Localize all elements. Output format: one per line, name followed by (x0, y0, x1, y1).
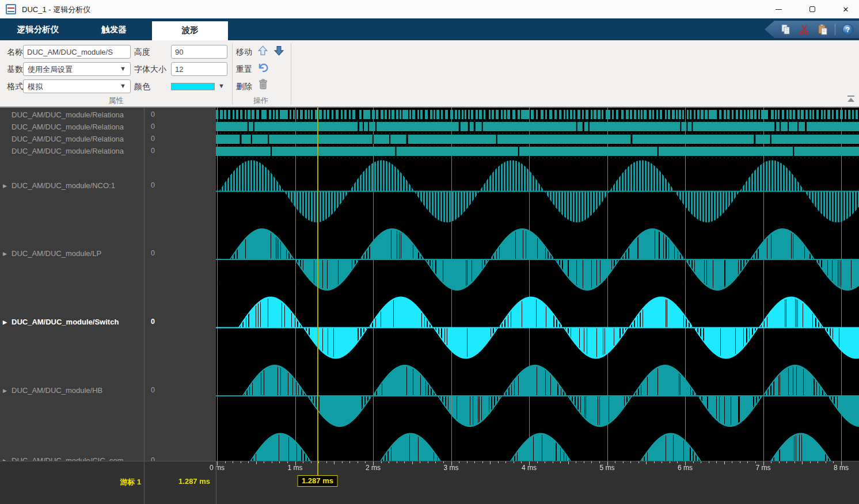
time-axis-label: 6 ms (678, 464, 693, 472)
expand-arrow-icon[interactable]: ▶ (3, 388, 7, 394)
trash-icon[interactable] (257, 78, 269, 93)
quick-access-toolbar: ? (765, 21, 859, 38)
radix-value: 使用全局设置 (28, 65, 73, 74)
window-title: DUC_1 - 逻辑分析仪 (22, 5, 90, 15)
cursor-marker-label[interactable]: 1.287 ms (297, 475, 338, 487)
signal-value: 0 (151, 147, 155, 155)
signal-name: DUC_AM/DUC_module/Relationa (12, 110, 143, 119)
time-axis-label: 4 ms (522, 464, 537, 472)
signal-value: 0 (151, 123, 155, 131)
signal-row[interactable]: DUC_AM/DUC_module/Relationa0 (0, 110, 216, 120)
qab-separator (835, 24, 835, 35)
format-dropdown[interactable]: 模拟 ▼ (23, 79, 131, 93)
signal-row[interactable]: ▶DUC_AM/DUC_module/HB0 (0, 385, 216, 396)
ribbon-tab-bar: 逻辑分析仪 触发器 波形 (0, 18, 859, 40)
height-input[interactable] (171, 45, 227, 59)
name-input[interactable] (23, 45, 131, 59)
move-up-button[interactable] (257, 44, 269, 59)
ribbon-group-separator (232, 43, 233, 105)
signal-row[interactable]: ▶DUC_AM/DUC_module/Switch0 (0, 317, 216, 327)
radix-dropdown[interactable]: 使用全局设置 ▼ (23, 62, 131, 76)
signal-row[interactable]: ▶DUC_AM/DUC_module/LP0 (0, 249, 216, 259)
collapse-ribbon-icon[interactable] (847, 96, 855, 102)
signal-name: DUC_AM/DUC_module/LP (12, 249, 143, 258)
fontsize-label: 字体大小 (134, 64, 166, 75)
signal-value: 0 (151, 181, 155, 189)
name-label: 名称 (7, 47, 23, 58)
fontsize-input[interactable] (171, 62, 227, 76)
minimize-button[interactable] (765, 0, 792, 18)
signal-row[interactable]: DUC_AM/DUC_module/Relationa0 (0, 146, 216, 156)
signal-value: 0 (151, 249, 155, 257)
time-axis-label: 8 ms (834, 464, 849, 472)
time-axis-label: 2 ms (366, 464, 381, 472)
move-down-button[interactable] (273, 44, 285, 59)
name-value-divider[interactable] (144, 108, 145, 461)
tab-trigger[interactable]: 触发器 (76, 18, 152, 40)
move-label: 移动 (236, 47, 252, 58)
reset-label: 重置 (236, 64, 252, 75)
expand-arrow-icon[interactable]: ▶ (3, 183, 7, 189)
logic-analyzer-window: DUC_1 - 逻辑分析仪 ✕ 逻辑分析仪 触发器 波形 (0, 0, 859, 504)
signal-value: 0 (151, 135, 155, 143)
signal-name: DUC_AM/DUC_module/HB (12, 386, 143, 395)
time-axis-label: 7 ms (755, 464, 770, 472)
time-axis-label: 0 ms (210, 464, 225, 472)
time-axis-label: 1 ms (287, 464, 302, 472)
signal-name: DUC_AM/DUC_module/Relationa (12, 123, 143, 131)
close-button[interactable]: ✕ (833, 0, 859, 18)
signal-name: DUC_AM/DUC_module/Switch (12, 318, 143, 326)
signal-name-panel: DUC_AM/DUC_module/Relationa0DUC_AM/DUC_m… (0, 108, 216, 461)
delete-label: 删除 (236, 82, 252, 92)
signal-value: 0 (151, 318, 155, 326)
signal-value: 0 (151, 110, 155, 119)
cursor-value-label: 1.287 ms (144, 477, 210, 486)
main-area: DUC_AM/DUC_module/Relationa0DUC_AM/DUC_m… (0, 107, 859, 461)
undo-icon[interactable] (257, 62, 269, 77)
chevron-down-icon[interactable]: ▼ (218, 82, 855, 89)
signal-name: DUC_AM/DUC_module/NCO:1 (12, 181, 143, 190)
group-label-properties: 属性 (0, 96, 232, 106)
color-swatch[interactable] (171, 83, 215, 90)
signal-name: DUC_AM/DUC_module/Relationa (12, 147, 143, 155)
copy-icon[interactable] (780, 23, 792, 36)
waveform-canvas[interactable] (216, 108, 859, 461)
ribbon-group-separator (291, 43, 291, 105)
expand-arrow-icon[interactable]: ▶ (3, 319, 7, 325)
maximize-button[interactable] (799, 0, 826, 18)
format-label: 格式 (7, 82, 23, 92)
svg-text:?: ? (845, 26, 849, 34)
group-label-actions: 操作 (232, 96, 290, 106)
signal-row[interactable]: ▶DUC_AM/DUC_module/NCO:10 (0, 181, 216, 191)
format-value: 模拟 (28, 82, 43, 91)
bottom-divider (216, 461, 216, 504)
cut-icon[interactable] (798, 23, 811, 36)
help-icon[interactable]: ? (841, 23, 854, 36)
tab-waveform[interactable]: 波形 (152, 21, 228, 40)
time-axis-label: 5 ms (599, 464, 614, 472)
radix-label: 基数 (7, 64, 23, 75)
time-cursor-line[interactable] (317, 108, 318, 475)
cursor-name-label: 游标 1 (69, 477, 141, 487)
ribbon-toolbar: 名称 高度 移动 基数 使用全局设置 ▼ 字体大小 重置 格式 模拟 ▼ (0, 40, 859, 107)
app-icon (6, 4, 16, 14)
paste-icon[interactable] (816, 23, 829, 36)
signal-row[interactable]: DUC_AM/DUC_module/Relationa0 (0, 134, 216, 144)
tab-logic-analyzer[interactable]: 逻辑分析仪 (0, 18, 76, 40)
chevron-down-icon: ▼ (120, 82, 126, 89)
color-label: 颜色 (134, 82, 150, 92)
height-label: 高度 (134, 47, 150, 58)
chevron-down-icon: ▼ (120, 65, 126, 72)
signal-name: DUC_AM/DUC_module/Relationa (12, 135, 143, 143)
expand-arrow-icon[interactable]: ▶ (3, 251, 7, 257)
time-axis-label: 3 ms (443, 464, 458, 472)
signal-row[interactable]: DUC_AM/DUC_module/Relationa0 (0, 122, 216, 132)
bottom-strip: 0 ms1 ms2 ms3 ms4 ms5 ms6 ms7 ms8 ms 游标 … (0, 461, 859, 504)
title-bar: DUC_1 - 逻辑分析仪 ✕ (0, 0, 859, 18)
signal-value: 0 (151, 386, 155, 394)
